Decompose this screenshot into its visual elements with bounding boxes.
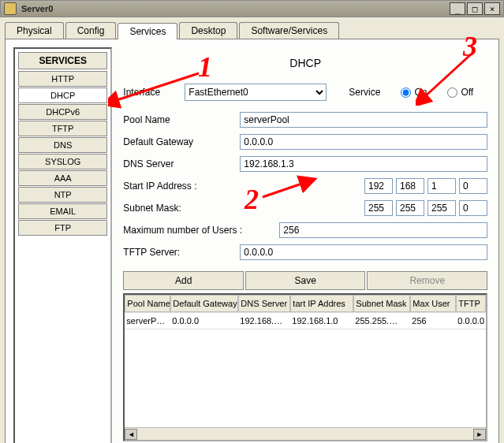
td-gateway: 0.0.0.0: [170, 313, 238, 329]
tab-config[interactable]: Config: [65, 22, 117, 39]
tab-physical[interactable]: Physical: [5, 22, 64, 39]
tab-services[interactable]: Services: [118, 23, 177, 39]
service-on-radio[interactable]: On: [401, 87, 427, 98]
th-gateway[interactable]: Default Gateway: [170, 295, 238, 312]
table-row[interactable]: serverP… 0.0.0.0 192.168.… 192.168.1.0 2…: [125, 313, 486, 329]
sidebar-item-dhcp[interactable]: DHCP: [18, 87, 107, 103]
sidebar-item-ftp[interactable]: FTP: [18, 220, 107, 236]
save-button[interactable]: Save: [245, 271, 366, 290]
th-max[interactable]: Max User: [410, 295, 456, 312]
dhcp-panel: DHCP Interface FastEthernet0 Service On …: [120, 47, 491, 443]
th-mask[interactable]: Subnet Mask: [353, 295, 410, 312]
sidebar-item-aaa[interactable]: AAA: [18, 170, 107, 186]
window-title: Server0: [21, 4, 448, 13]
mask-4[interactable]: [459, 200, 487, 216]
sidebar-item-dns[interactable]: DNS: [18, 137, 107, 153]
gateway-row: Default Gateway: [123, 134, 487, 150]
sidebar-item-tftp[interactable]: TFTP: [18, 121, 107, 136]
tab-content: SERVICES HTTP DHCP DHCPv6 TFTP DNS SYSLO…: [5, 39, 499, 443]
mask-2[interactable]: [396, 200, 424, 216]
dns-input[interactable]: [240, 156, 487, 172]
mask-label: Subnet Mask:: [123, 203, 233, 214]
sidebar-item-http[interactable]: HTTP: [18, 71, 107, 87]
th-dns[interactable]: DNS Server: [238, 295, 290, 312]
tab-desktop[interactable]: Desktop: [179, 22, 237, 39]
pool-name-input[interactable]: [240, 112, 487, 128]
scroll-right-icon[interactable]: ►: [473, 429, 486, 440]
th-tftp[interactable]: TFTP: [456, 295, 486, 312]
close-button[interactable]: ×: [484, 2, 500, 15]
pool-name-row: Pool Name: [123, 112, 487, 128]
gateway-input[interactable]: [240, 134, 487, 150]
td-pool: serverP…: [125, 313, 170, 329]
td-tftp: 0.0.0.0: [456, 313, 486, 329]
sidebar-header: SERVICES: [18, 52, 107, 69]
start-ip-1[interactable]: [364, 178, 393, 194]
td-dns: 192.168.…: [238, 313, 290, 329]
td-start: 192.168.1.0: [290, 313, 353, 329]
sidebar-item-dhcpv6[interactable]: DHCPv6: [18, 104, 107, 120]
app-icon: [4, 2, 17, 15]
start-ip-3[interactable]: [427, 178, 456, 194]
mask-3[interactable]: [427, 200, 456, 216]
mask-1[interactable]: [364, 200, 393, 216]
table-hscrollbar[interactable]: ◄ ►: [125, 427, 486, 440]
sidebar-item-email[interactable]: EMAIL: [18, 203, 107, 219]
mask-row: Subnet Mask:: [123, 200, 487, 216]
title-bar: Server0 _ □ ×: [0, 0, 504, 17]
remove-button[interactable]: Remove: [367, 271, 487, 290]
button-row: Add Save Remove: [123, 271, 487, 290]
max-users-row: Maximum number of Users :: [123, 222, 487, 238]
interface-label: Interface: [123, 87, 178, 98]
td-mask: 255.255.…: [353, 313, 410, 329]
service-off-radio[interactable]: Off: [447, 87, 473, 98]
services-sidebar: SERVICES HTTP DHCP DHCPv6 TFTP DNS SYSLO…: [13, 47, 112, 443]
tftp-input[interactable]: [240, 244, 487, 260]
max-users-input[interactable]: [279, 222, 487, 238]
scroll-left-icon[interactable]: ◄: [125, 429, 137, 440]
mask-group: [364, 200, 487, 216]
dns-label: DNS Server: [123, 158, 233, 169]
interface-select[interactable]: FastEthernet0: [185, 84, 327, 101]
panel-title: DHCP: [123, 57, 487, 69]
on-label: On: [414, 87, 427, 98]
max-users-label: Maximum number of Users :: [123, 225, 273, 236]
tab-bar: Physical Config Services Desktop Softwar…: [0, 17, 504, 39]
start-ip-label: Start IP Address :: [123, 181, 233, 192]
tftp-row: TFTP Server:: [123, 244, 487, 260]
gateway-label: Default Gateway: [123, 136, 233, 147]
service-off-input[interactable]: [447, 87, 457, 98]
th-pool[interactable]: Pool Name: [125, 295, 170, 312]
maximize-button[interactable]: □: [467, 2, 483, 15]
th-start-ip[interactable]: tart IP Addres: [290, 295, 353, 312]
interface-row: Interface FastEthernet0 Service On Off: [123, 84, 487, 101]
pool-name-label: Pool Name: [123, 114, 233, 125]
tftp-label: TFTP Server:: [123, 247, 233, 258]
table-header: Pool Name Default Gateway DNS Server tar…: [125, 295, 486, 313]
pool-table: Pool Name Default Gateway DNS Server tar…: [123, 293, 487, 441]
dns-row: DNS Server: [123, 156, 487, 172]
minimize-button[interactable]: _: [450, 2, 465, 15]
sidebar-item-ntp[interactable]: NTP: [18, 187, 107, 203]
start-ip-4[interactable]: [459, 178, 487, 194]
td-max: 256: [410, 313, 456, 329]
service-on-input[interactable]: [401, 87, 411, 98]
service-label: Service: [349, 87, 380, 98]
off-label: Off: [461, 87, 473, 98]
add-button[interactable]: Add: [123, 271, 244, 290]
start-ip-row: Start IP Address :: [123, 178, 487, 194]
sidebar-item-syslog[interactable]: SYSLOG: [18, 154, 107, 169]
start-ip-group: [364, 178, 487, 194]
start-ip-2[interactable]: [396, 178, 424, 194]
tab-software-services[interactable]: Software/Services: [239, 22, 339, 39]
